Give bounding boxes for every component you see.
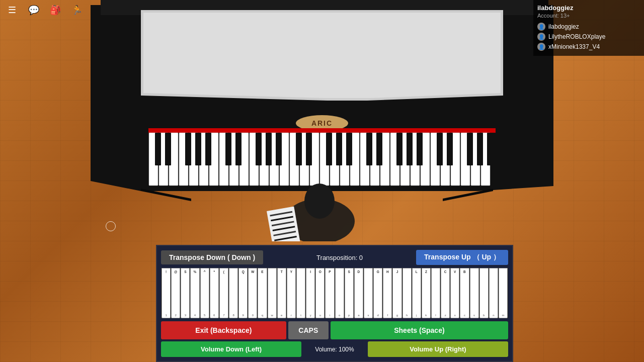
svg-rect-47 xyxy=(235,133,242,165)
piano-ui: Transpose Down ( Down ) Transposition: 0… xyxy=(156,245,513,362)
mini-key-25[interactable]: Jg xyxy=(392,268,401,318)
mini-key-20[interactable]: Sp xyxy=(345,268,354,318)
sheets-button[interactable]: Sheets (Space) xyxy=(331,321,508,339)
svg-rect-56 xyxy=(366,133,372,165)
svg-rect-46 xyxy=(225,133,231,165)
svg-rect-42 xyxy=(165,133,171,165)
mini-key-9[interactable]: Q9 xyxy=(238,268,248,318)
user-panel: ilabdoggiez Account: 13+ 👤 ilabdoggiez 👤… xyxy=(533,0,644,56)
mini-key-2[interactable]: @2 xyxy=(171,268,180,318)
mini-key-23[interactable]: Gd xyxy=(373,268,382,318)
character-icon[interactable]: 🏃 xyxy=(70,3,84,17)
username-1: ilabdoggiez xyxy=(548,23,579,30)
user-panel-title: ilabdoggiez xyxy=(537,4,640,12)
user-list-item: 👤 LilytheROBLOXplaye xyxy=(537,32,640,42)
mini-piano: !1 @2 S3 %4 ^5 *6 (7 8 Q9 W0 Eq w Te Yr … xyxy=(161,268,508,318)
volume-row: Volume Down (Left) Volume: 100% Volume U… xyxy=(161,341,508,357)
svg-rect-41 xyxy=(155,133,161,165)
caps-button[interactable]: CAPS xyxy=(288,321,329,339)
svg-rect-43 xyxy=(185,133,191,165)
svg-rect-59 xyxy=(407,133,413,165)
volume-up-button[interactable]: Volume Up (Right) xyxy=(368,341,508,357)
username-3: xMinionek1337_V4 xyxy=(548,43,600,50)
bottom-buttons-row: Exit (Backspace) CAPS Sheets (Space) xyxy=(161,321,508,339)
mini-key-10[interactable]: W0 xyxy=(248,268,257,318)
svg-rect-51 xyxy=(296,133,302,165)
crosshair xyxy=(106,221,116,231)
mini-key-33[interactable]: v xyxy=(470,268,479,318)
menu-icon[interactable]: ☰ xyxy=(5,3,19,17)
transpose-down-button[interactable]: Transpose Down ( Down ) xyxy=(161,250,263,264)
mini-key-4[interactable]: %4 xyxy=(190,268,199,318)
mini-key-29[interactable]: l xyxy=(431,268,440,318)
mini-key-31[interactable]: Vx xyxy=(450,268,459,318)
svg-marker-3 xyxy=(143,13,501,98)
svg-rect-65 xyxy=(487,133,493,165)
svg-rect-60 xyxy=(417,133,423,165)
mini-key-24[interactable]: Hf xyxy=(383,268,392,318)
svg-text:ARIC: ARIC xyxy=(311,119,333,127)
svg-rect-45 xyxy=(205,133,211,165)
chat-icon[interactable]: 💬 xyxy=(27,3,41,17)
svg-rect-57 xyxy=(376,133,382,165)
volume-down-button[interactable]: Volume Down (Left) xyxy=(161,341,301,357)
mini-key-11[interactable]: Eq xyxy=(258,268,267,318)
svg-rect-44 xyxy=(195,133,201,165)
mini-key-7[interactable]: (7 xyxy=(219,268,228,318)
mini-key-12[interactable]: w xyxy=(268,268,277,318)
mini-key-8[interactable]: 8 xyxy=(229,268,238,318)
mini-key-30[interactable]: Cz xyxy=(441,268,450,318)
mini-white-keys: !1 @2 S3 %4 ^5 *6 (7 8 Q9 W0 Eq w Te Yr … xyxy=(161,268,508,318)
svg-rect-52 xyxy=(306,133,312,165)
svg-rect-50 xyxy=(276,133,282,165)
svg-rect-64 xyxy=(477,133,483,165)
transpose-row: Transpose Down ( Down ) Transposition: 0… xyxy=(161,250,508,265)
svg-rect-49 xyxy=(266,133,272,165)
mini-key-21[interactable]: Da xyxy=(354,268,363,318)
svg-rect-63 xyxy=(467,133,473,165)
mini-key-17[interactable]: Ou xyxy=(315,268,325,318)
mini-key-34[interactable]: b xyxy=(479,268,489,318)
mini-key-13[interactable]: Te xyxy=(277,268,286,318)
svg-rect-55 xyxy=(346,133,352,165)
mini-key-16[interactable]: Iy xyxy=(306,268,315,318)
mini-key-3[interactable]: S3 xyxy=(181,268,190,318)
user-list-item: 👤 xMinionek1337_V4 xyxy=(537,42,640,52)
mini-key-32[interactable]: Bc xyxy=(460,268,469,318)
username-2: LilytheROBLOXplaye xyxy=(548,33,605,40)
svg-rect-62 xyxy=(447,133,453,165)
volume-label: Volume: 100% xyxy=(303,346,366,353)
user-avatar-3: 👤 xyxy=(537,43,545,51)
mini-key-27[interactable]: Lj xyxy=(412,268,421,318)
mini-key-35[interactable]: n xyxy=(489,268,498,318)
mini-key-19[interactable]: o xyxy=(335,268,344,318)
user-avatar-2: 👤 xyxy=(537,33,545,41)
mini-key-26[interactable]: h xyxy=(403,268,412,318)
bag-icon[interactable]: 🎒 xyxy=(48,3,62,17)
user-avatar-1: 👤 xyxy=(537,23,545,31)
svg-rect-6 xyxy=(148,128,496,133)
svg-rect-54 xyxy=(336,133,342,165)
user-panel-subtitle: Account: 13+ xyxy=(537,13,640,19)
mini-key-22[interactable]: s xyxy=(364,268,373,318)
mini-key-28[interactable]: Zk xyxy=(422,268,431,318)
mini-key-6[interactable]: *6 xyxy=(210,268,219,318)
mini-key-1[interactable]: !1 xyxy=(162,268,171,318)
mini-key-18[interactable]: Pi xyxy=(325,268,334,318)
svg-rect-53 xyxy=(326,133,332,165)
svg-rect-58 xyxy=(396,133,403,165)
svg-rect-61 xyxy=(437,133,443,165)
user-list-item: 👤 ilabdoggiez xyxy=(537,22,640,32)
exit-button[interactable]: Exit (Backspace) xyxy=(161,321,286,339)
mini-key-15[interactable]: t xyxy=(296,268,305,318)
mini-key-5[interactable]: ^5 xyxy=(200,268,209,318)
transposition-label: Transposition: 0 xyxy=(267,254,412,261)
svg-rect-48 xyxy=(256,133,262,165)
svg-point-69 xyxy=(304,184,335,219)
mini-key-36[interactable]: m xyxy=(499,268,508,318)
transpose-up-button[interactable]: Transpose Up （ Up ） xyxy=(416,250,508,265)
mini-key-14[interactable]: Yr xyxy=(287,268,296,318)
